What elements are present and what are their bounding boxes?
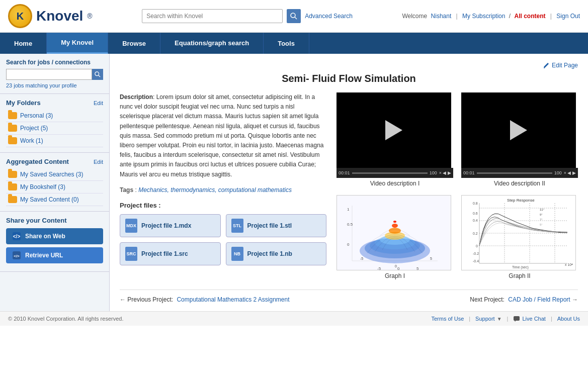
graph-2-svg: Step Response bbox=[462, 196, 576, 270]
video-2-time: 00:01 bbox=[463, 170, 475, 175]
jobs-match-count[interactable]: 23 jobs matching your profile bbox=[6, 82, 103, 88]
folders-edit-link[interactable]: Edit bbox=[94, 100, 103, 106]
file-icon: SRC bbox=[125, 247, 137, 261]
footer: © 2010 Knovel Corporation. All rights re… bbox=[0, 311, 588, 326]
next-nav: Next Project: CAD Job / Field Report → bbox=[470, 296, 578, 303]
svg-text:0: 0 bbox=[395, 264, 397, 268]
content-header: Edit Page bbox=[120, 62, 578, 69]
nav-tools[interactable]: Tools bbox=[264, 33, 309, 54]
sign-out-link[interactable]: Sign Out bbox=[556, 13, 580, 20]
svg-text:5: 5 bbox=[416, 266, 419, 270]
svg-text:9°: 9° bbox=[540, 213, 543, 216]
graph-1-caption: Graph I bbox=[337, 272, 453, 279]
video-2-caption: Video description II bbox=[461, 180, 578, 187]
video-1-thumb[interactable] bbox=[337, 92, 451, 168]
next-label: Next Project: bbox=[470, 296, 505, 303]
logo-icon: K bbox=[8, 4, 32, 28]
svg-text:-5: -5 bbox=[377, 266, 381, 270]
folder-work[interactable]: Work (1) bbox=[6, 135, 103, 147]
prev-arrow: ← bbox=[120, 296, 127, 303]
svg-text:0.2: 0.2 bbox=[473, 232, 478, 235]
saved-searches-item[interactable]: My Saved Searches (3) bbox=[6, 168, 103, 181]
edit-page-link[interactable]: Edit Page bbox=[543, 62, 578, 69]
svg-text:0: 0 bbox=[476, 244, 478, 248]
saved-content-item[interactable]: My Saved Content (0) bbox=[6, 194, 103, 206]
logo-area: K Knovel® bbox=[8, 4, 93, 28]
video-2-thumb[interactable] bbox=[461, 92, 576, 168]
username-link[interactable]: Nishant bbox=[431, 13, 452, 20]
all-content-link[interactable]: All content bbox=[514, 13, 545, 20]
folders-section: My Folders Edit Personal (3) Project (5)… bbox=[0, 94, 109, 153]
search-icon bbox=[290, 13, 297, 20]
tags-link[interactable]: Mechanics, thermodynamics, computational… bbox=[138, 186, 292, 194]
top-bar: K Knovel® Advanced Search Welcome Nishan… bbox=[0, 0, 588, 33]
right-panel: 00:01 100 × ◀ ▶ Video description I 00:0… bbox=[337, 92, 578, 279]
nav-equations[interactable]: Equations/graph search bbox=[160, 33, 264, 54]
search-button[interactable] bbox=[287, 9, 301, 23]
video-2-controls: 00:01 100 × ◀ ▶ bbox=[461, 168, 578, 178]
retrieve-url-button[interactable]: </> Retrieve URL bbox=[6, 247, 103, 263]
graph-1-container: -5 0 5 0 0.5 1 bbox=[337, 195, 453, 279]
svg-text:Step Response: Step Response bbox=[507, 198, 535, 203]
play-icon bbox=[385, 120, 402, 140]
folder-icon bbox=[8, 137, 17, 144]
folder-icon bbox=[8, 183, 17, 190]
prev-label: Previous Project: bbox=[127, 296, 173, 303]
bookshelf-item[interactable]: My Bookshelf (3) bbox=[6, 181, 103, 194]
svg-point-25 bbox=[392, 224, 398, 228]
project-files-title: Project files : bbox=[120, 202, 326, 209]
my-subscription-link[interactable]: My Subscription bbox=[462, 13, 505, 20]
jobs-section: Search for jobs / connections 23 jobs ma… bbox=[0, 54, 109, 94]
file-nb-button[interactable]: NB Project file 1.nb bbox=[226, 242, 327, 265]
main-layout: Search for jobs / connections 23 jobs ma… bbox=[0, 54, 588, 311]
content-body: Description: Lorem ipsum dolor sit amet,… bbox=[120, 92, 578, 279]
terms-link[interactable]: Terms of Use bbox=[431, 316, 464, 322]
prev-project-link[interactable]: Computational Mathematics 2 Assignment bbox=[177, 296, 289, 303]
folders-title: My Folders bbox=[6, 99, 41, 107]
aggregated-edit-link[interactable]: Edit bbox=[94, 159, 103, 165]
nav-bar: Home My Knovel Browse Equations/graph se… bbox=[0, 33, 588, 54]
sidebar: Search for jobs / connections 23 jobs ma… bbox=[0, 54, 110, 311]
file-icon: NB bbox=[231, 247, 243, 261]
svg-text:-0.4: -0.4 bbox=[473, 259, 479, 263]
prev-nav: ← Previous Project: Computational Mathem… bbox=[120, 296, 290, 303]
svg-text:x 10⁴: x 10⁴ bbox=[565, 263, 573, 266]
search-input[interactable] bbox=[142, 9, 283, 23]
svg-text:5: 5 bbox=[430, 257, 432, 260]
search-icon bbox=[95, 71, 101, 77]
svg-point-2 bbox=[95, 72, 99, 76]
file-stl-button[interactable]: STL Project file 1.stl bbox=[226, 214, 327, 237]
file-src-button[interactable]: SRC Project file 1.src bbox=[120, 242, 221, 265]
play-icon bbox=[510, 120, 527, 140]
svg-line-1 bbox=[295, 17, 297, 19]
share-on-web-button[interactable]: </> Share on Web bbox=[6, 228, 103, 244]
video-2-container: 00:01 100 × ◀ ▶ Video description II bbox=[461, 92, 578, 187]
svg-text:11°: 11° bbox=[540, 208, 545, 211]
svg-text:5°: 5° bbox=[540, 223, 543, 226]
file-mdx-button[interactable]: MDX Project file 1.mdx bbox=[120, 214, 221, 237]
folder-icon bbox=[8, 196, 17, 203]
user-area: Welcome Nishant | My Subscription / All … bbox=[402, 13, 580, 20]
folder-project[interactable]: Project (5) bbox=[6, 122, 103, 135]
folder-personal[interactable]: Personal (3) bbox=[6, 110, 103, 122]
about-link[interactable]: About Us bbox=[557, 316, 580, 322]
nav-home[interactable]: Home bbox=[0, 33, 47, 54]
folder-icon bbox=[8, 112, 17, 119]
jobs-search-input[interactable] bbox=[6, 69, 92, 80]
file-icon: STL bbox=[231, 219, 243, 233]
nav-browse[interactable]: Browse bbox=[108, 33, 160, 54]
folder-icon bbox=[8, 125, 17, 132]
next-project-link[interactable]: CAD Job / Field Report bbox=[508, 296, 570, 303]
svg-text:7°: 7° bbox=[540, 218, 543, 221]
graph-2-thumb: Step Response bbox=[461, 195, 576, 270]
share-section: Share your Content </> Share on Web </> … bbox=[0, 212, 109, 272]
svg-text:1: 1 bbox=[347, 207, 350, 212]
svg-text:</>: </> bbox=[13, 234, 21, 239]
live-chat-link[interactable]: Live Chat bbox=[522, 316, 545, 322]
nav-my-knovel[interactable]: My Knovel bbox=[47, 33, 108, 54]
video-1-zoom: 100 bbox=[430, 170, 437, 175]
jobs-search-button[interactable] bbox=[92, 69, 103, 80]
share-section-title: Share your Content bbox=[6, 217, 103, 224]
advanced-search-link[interactable]: Advanced Search bbox=[305, 13, 353, 20]
support-link[interactable]: Support bbox=[475, 316, 495, 322]
